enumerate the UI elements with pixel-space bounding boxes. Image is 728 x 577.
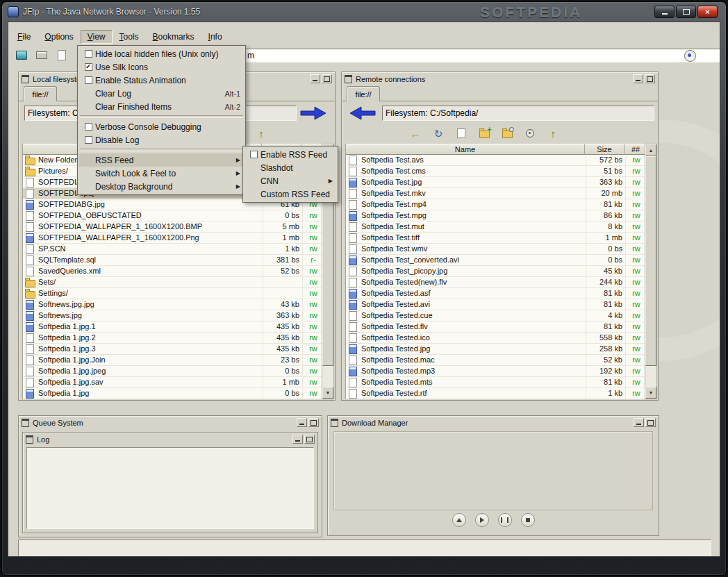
printer-icon[interactable] [35, 48, 49, 62]
up-icon[interactable]: ↑ [545, 126, 561, 141]
file-row[interactable]: Softpedia Tested.mp3192 kbrw [346, 366, 647, 377]
document-icon[interactable] [55, 48, 69, 62]
file-row[interactable]: SOFTPEDIA_WALLPAPER_1_1600X1200.BMP5 mbr… [23, 221, 324, 233]
up-icon[interactable]: ↑ [254, 126, 269, 141]
file-row[interactable]: Softpedia Test.mkv20 mbrw [346, 188, 647, 199]
file-row[interactable]: Softpedia Tested(new).flv244 kbrw [346, 277, 647, 288]
file-row[interactable]: SavedQueries.xml52 bsrw [23, 266, 324, 277]
new-folder-icon[interactable] [477, 126, 492, 141]
file-row[interactable]: Softpedia Test.tiff1 mbrw [346, 233, 647, 244]
file-row[interactable]: Softpedia Tested.mts81 kbrw [346, 377, 647, 388]
menu-item-desktop-background[interactable]: Desktop Background▶ [78, 180, 245, 193]
file-row[interactable]: Softpedia 1.jpg0 bsrw [23, 388, 324, 399]
scroll-down-icon[interactable]: ▼ [322, 387, 333, 399]
file-row[interactable]: Settings/rw [23, 288, 324, 299]
menu-bookmarks[interactable]: Bookmarks [146, 30, 201, 44]
play-button[interactable] [475, 513, 489, 527]
menu-item-slashdot[interactable]: Slashdot [244, 161, 337, 174]
minimize-button[interactable] [654, 6, 675, 18]
file-row[interactable]: Softnews.jpg.jpg43 kbrw [23, 299, 324, 310]
file-row[interactable]: Softpedia Tested.asf81 kbrw [346, 288, 647, 299]
file-row[interactable]: Softpedia Tested.cue4 kbrw [346, 310, 647, 321]
file-row[interactable]: Softpedia 1.jpg.3435 kbrw [23, 344, 324, 355]
local-minimize-button[interactable] [310, 74, 320, 83]
queue-maximize-button[interactable] [308, 418, 319, 427]
column-header-name[interactable]: Name [346, 144, 585, 155]
file-row[interactable]: Softpedia Tested.avi81 kbrw [346, 299, 647, 310]
document-icon[interactable] [454, 126, 469, 141]
refresh-icon[interactable]: ↻ [431, 126, 446, 141]
file-row[interactable]: Softpedia Test.wmv0 bsrw [346, 244, 647, 255]
file-row[interactable]: Softnews.jpg363 kbrw [23, 310, 324, 321]
go-button[interactable] [684, 50, 696, 62]
file-row[interactable]: SOFTPEDIA_OBFUSCTATED0 bsrw [23, 210, 324, 221]
remote-path-input[interactable] [382, 106, 654, 121]
file-row[interactable]: Softpedia Tested.ico558 kbrw [346, 333, 647, 344]
computer-icon[interactable] [15, 48, 28, 62]
stop-button[interactable] [521, 513, 535, 527]
close-button[interactable]: × [697, 6, 718, 18]
find-folder-icon[interactable] [499, 126, 515, 141]
file-row[interactable]: Sets/rw [23, 277, 324, 288]
transfer-right-button[interactable] [298, 104, 329, 122]
menu-item-disable-log[interactable]: Disable Log [78, 133, 245, 147]
menu-view[interactable]: View [81, 30, 113, 44]
menu-item-enable-status-animation[interactable]: Enable Status Animation [78, 74, 245, 87]
scroll-thumb[interactable] [645, 156, 656, 366]
remote-scrollbar[interactable]: ▲ ▼ [645, 144, 657, 399]
log-minimize-button[interactable] [292, 435, 303, 444]
menu-item-rss-feed[interactable]: RSS Feed▶ [78, 153, 245, 167]
back-icon[interactable]: ← [408, 126, 423, 141]
menu-info[interactable]: Info [201, 30, 229, 44]
scroll-up-icon[interactable]: ▲ [645, 144, 656, 156]
download-maximize-button[interactable] [645, 418, 656, 427]
file-row[interactable]: Softpedia 1.jpg.1435 kbrw [23, 321, 324, 333]
file-row[interactable]: Softpedia Tested.mac52 kbrw [346, 355, 647, 366]
column-header-item[interactable]: ## [624, 144, 647, 155]
record-icon[interactable] [522, 126, 538, 141]
file-row[interactable]: SOFTPEDIA_WALLPAPER_1_1600X1200.Png1 mbr… [23, 233, 324, 244]
file-row[interactable]: Softpedia 1.jpg.Join23 bsrw [23, 355, 324, 366]
transfer-left-button[interactable] [347, 104, 378, 122]
file-row[interactable]: Softpedia Tested.rtf1 kbrw [346, 388, 647, 399]
remote-maximize-button[interactable] [645, 74, 655, 83]
remote-minimize-button[interactable] [633, 74, 643, 83]
file-row[interactable]: Softpedia Test.mpg86 kbrw [346, 210, 647, 221]
log-maximize-button[interactable] [304, 435, 315, 444]
remote-tab-file[interactable]: file:// [347, 86, 380, 101]
menu-item-clear-finished-items[interactable]: Clear Finished ItemsAlt-2 [78, 100, 245, 113]
menu-item-custom-rss-feed[interactable]: Custom RSS Feed [244, 187, 337, 201]
menu-item-clear-log[interactable]: Clear LogAlt-1 [78, 87, 245, 100]
file-row[interactable]: Softpedia Test.cms51 bsrw [346, 166, 647, 177]
maximize-button[interactable] [676, 6, 696, 18]
local-maximize-button[interactable] [322, 74, 332, 83]
menu-item-use-silk-icons[interactable]: ✔Use Silk Icons [78, 60, 245, 74]
menu-file[interactable]: File [10, 30, 38, 44]
eject-button[interactable] [452, 513, 466, 527]
menu-tools[interactable]: Tools [113, 30, 146, 44]
scroll-down-icon[interactable]: ▼ [645, 387, 656, 399]
download-minimize-button[interactable] [634, 418, 644, 427]
file-row[interactable]: Softpedia Test.jpg363 kbrw [346, 177, 647, 188]
file-row[interactable]: SQLTemplate.sql381 bsr- [23, 255, 324, 266]
file-row[interactable]: Softpedia Test_converted.avi0 bsrw [346, 255, 647, 266]
file-row[interactable]: SP.SCN1 kbrw [23, 244, 324, 255]
local-tab-file[interactable]: file:// [24, 86, 57, 101]
file-row[interactable]: Softpedia Tested.jpg258 kbrw [346, 344, 647, 355]
menu-options[interactable]: Options [38, 30, 80, 44]
titlebar[interactable]: JFtp - The Java Network Browser - Versio… [2, 2, 726, 21]
file-row[interactable]: Softpedia Test.mp481 kbrw [346, 199, 647, 210]
file-row[interactable]: Softpedia 1.jpg.sav1 mbrw [23, 377, 324, 388]
file-row[interactable]: Softpedia Test_picopy.jpg45 kbrw [346, 266, 647, 277]
menu-item-enable-rss-feed[interactable]: Enable RSS Feed [244, 148, 337, 161]
file-row[interactable]: Softpedia Test.avs572 bsrw [346, 155, 647, 166]
pause-button[interactable] [498, 513, 512, 527]
menu-item-cnn[interactable]: CNN▶ [244, 174, 337, 187]
file-row[interactable]: Softpedia Test.mut8 kbrw [346, 221, 647, 233]
menu-item-hide-local-hidden-files-unix-only[interactable]: Hide local hidden files (Unix only) [78, 47, 245, 60]
column-header-size[interactable]: Size [585, 144, 624, 155]
menu-item-verbose-console-debugging[interactable]: Verbose Console Debugging [78, 120, 245, 133]
file-row[interactable]: Softpedia 1.jpg.jpeg0 bsrw [23, 366, 324, 377]
file-row[interactable]: Softpedia 1.jpg.2435 kbrw [23, 333, 324, 344]
menu-item-switch-look-feel-to[interactable]: Switch Look & Feel to▶ [78, 167, 245, 180]
